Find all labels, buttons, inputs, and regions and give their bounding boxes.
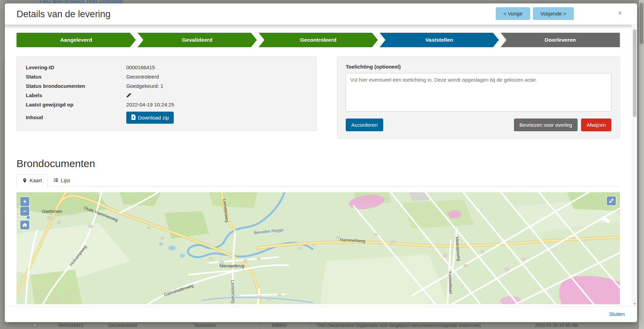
brondocumenten-title: Brondocumenten [17,158,620,169]
field-label: Levering-ID [26,64,126,70]
tab-kaart[interactable]: Kaart [17,174,48,187]
home-icon [22,222,28,228]
field-label: Inhoud [26,114,126,120]
toelichting-panel: Toelichting (optioneel) Accorderen Bevri… [337,56,620,138]
row-organisation: TNO (Nederlandse Organisatie voor toegep… [316,323,481,328]
row-checkbox [33,323,37,327]
row-action: Vaststellen [194,323,216,328]
status-value: Gecontroleerd [126,74,307,80]
delivery-details-modal: Details van de levering < Vorige Volgend… [5,3,637,322]
modal-nav: < Vorige Volgende > [496,7,574,20]
row-regime: IMBRO [272,323,287,328]
modal-scrollbar-thumb[interactable] [633,29,636,117]
map-label: Lemelerweg [230,280,236,304]
tab-kaart-label: Kaart [30,177,42,183]
list-icon [53,178,58,183]
background-page-edge [0,0,4,329]
map-label: Eerde [356,304,369,304]
download-zip-label: Download zip [138,115,169,121]
map-container[interactable]: Giethmen Oude Hammerweg Holkampweg Lemel… [17,192,620,304]
map-zoom-in-button[interactable]: + [20,197,29,206]
map-label: Giethmen [42,209,62,214]
map-canvas[interactable]: Giethmen Oude Hammerweg Holkampweg Lemel… [17,192,620,304]
sluiten-link[interactable]: Sluiten [609,311,625,317]
map-pin-icon [22,178,27,183]
step-doorleveren: Doorleveren [501,33,620,47]
tab-lijst[interactable]: Lijst [48,174,76,186]
afwijzen-button[interactable]: Afwijzen [581,119,611,131]
row-modified: 2022-01-10 10:45 AM [535,323,578,328]
next-button[interactable]: Volgende > [533,7,574,20]
page-scrollbar[interactable] [639,0,644,329]
scroll-down-arrow[interactable]: ▼ [632,302,637,306]
toelichting-textarea[interactable] [346,73,611,112]
field-label: Labels [26,92,126,98]
background-table-row: 0000166415 Gecontroleerd Vaststellen IMB… [0,322,644,329]
fullscreen-icon [608,198,614,204]
modal-footer: Sluiten [5,306,637,322]
bevriezen-button[interactable]: Bevriezen voor overleg [514,119,578,131]
modal-body: Aangeleverd Gevalideerd Gecontroleerd Va… [5,25,632,306]
file-download-icon [131,114,136,121]
modal-title: Details van de levering [17,9,110,20]
map-zoom-out-button[interactable]: − [20,207,29,216]
page-scrollbar-thumb[interactable] [640,3,643,44]
map-label: Nieuwebrug [219,263,244,268]
field-label: Laatst gewijzigd op [26,102,126,107]
row-status: Gecontroleerd [108,323,137,328]
step-gecontroleerd: Gecontroleerd [259,33,378,47]
row-id: 0000166415 [58,323,83,328]
step-gevalideerd: Gevalideerd [138,33,257,47]
map-home-button[interactable] [20,220,29,229]
modal-scrollbar[interactable]: ▼ [632,25,637,306]
accorderen-button[interactable]: Accorderen [346,119,383,131]
delivery-details-panel: Levering-ID0000166415 StatusGecontroleer… [17,56,316,131]
previous-button[interactable]: < Vorige [496,7,530,20]
step-aangeleverd: Aangeleverd [17,33,136,47]
tab-lijst-label: Lijst [61,177,70,183]
field-label: Status brondocumenten [26,83,126,89]
download-zip-button[interactable]: Download zip [126,112,174,124]
map-fullscreen-button[interactable] [607,196,616,205]
map-label: Kasteellaan [448,271,453,294]
brondocumenten-tabs: Kaart Lijst [17,174,620,187]
toelichting-label: Toelichting (optioneel) [346,64,611,70]
field-label: Status [26,74,126,80]
levering-id-value: 0000166415 [126,64,307,70]
close-icon[interactable]: × [618,10,622,17]
edit-labels-icon[interactable] [126,92,132,99]
step-vaststellen: Vaststellen [379,33,499,47]
workflow-stepper: Aangeleverd Gevalideerd Gecontroleerd Va… [17,33,620,47]
modal-header: Details van de levering < Vorige Volgend… [5,3,637,25]
laatst-gewijzigd-value: 2022-04-19 10:24:25 [126,102,307,107]
status-brondocumenten-value: Goedgekeurd: 1 [126,83,307,89]
